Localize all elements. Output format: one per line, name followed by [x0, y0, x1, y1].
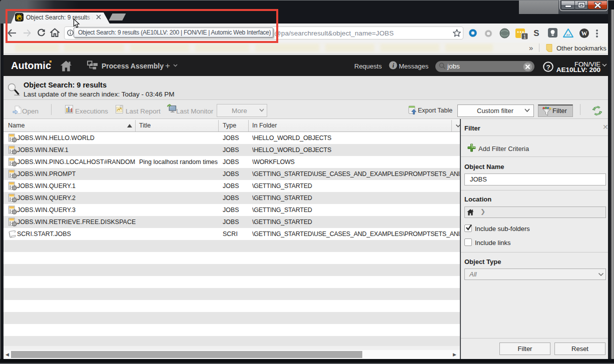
svg-text:W: W	[581, 30, 587, 37]
svg-text:S: S	[533, 28, 539, 38]
svg-text:1: 1	[523, 34, 526, 40]
svg-text:?: ?	[546, 64, 550, 71]
svg-text:ax: ax	[566, 32, 570, 37]
